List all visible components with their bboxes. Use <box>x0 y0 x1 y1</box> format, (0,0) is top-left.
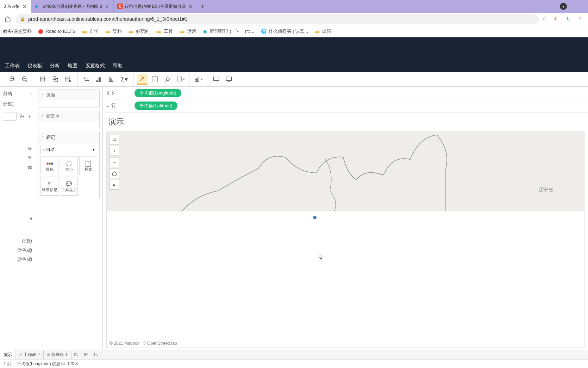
close-icon[interactable]: ✕ <box>23 4 27 9</box>
refresh-data-button[interactable] <box>20 74 30 85</box>
measure-field[interactable]: e <box>3 214 32 222</box>
clear-button[interactable] <box>63 74 74 85</box>
close-icon[interactable]: ✕ <box>105 4 110 9</box>
bookmarks-bar: 教务/课堂资料 ⬤Road to IELTS ▬自学 ▬资料 ▬好玩的 ▬工具 … <box>0 25 588 37</box>
marks-size-button[interactable]: ◯大小 <box>60 156 78 175</box>
map-data-point[interactable] <box>313 216 317 219</box>
browser-tab-2[interactable]: ◆ winG如何录制麦克风 - 国内版 B ✕ <box>31 0 114 13</box>
new-tab-button[interactable]: + <box>197 1 208 12</box>
map-tools-button[interactable]: ▸ <box>110 180 119 190</box>
extension-icon-2[interactable]: ❅ <box>578 16 585 23</box>
marks-detail-button[interactable]: ⁝⁝⁝详细信息 <box>40 177 58 196</box>
rows-shelf[interactable]: ≡行 平均值(Latitude) <box>103 99 588 112</box>
menu-dashboard[interactable]: 仪表板 <box>27 63 42 69</box>
map-zoom-out-button[interactable]: − <box>110 157 119 167</box>
duplicate-button[interactable] <box>50 74 61 85</box>
collapse-icon[interactable]: ‹ <box>30 91 32 97</box>
filters-header[interactable]: ⌃筛选器 <box>38 111 99 122</box>
map-canvas[interactable]: + − ▸ 辽宁省 © 2021 Mapbox © OpenStreetMap <box>106 131 584 348</box>
menu-analysis[interactable]: 分析 <box>50 63 60 69</box>
svg-rect-20 <box>196 78 198 81</box>
search-input[interactable] <box>3 112 17 121</box>
folder-icon: ▬ <box>82 29 87 34</box>
new-worksheet-button[interactable] <box>38 74 48 85</box>
extension-icon-1[interactable]: ◧ <box>554 16 561 23</box>
filter-icon[interactable]: ∇▾ <box>18 114 26 119</box>
swap-button[interactable] <box>81 74 92 85</box>
presentation-button[interactable] <box>211 74 221 85</box>
toolbar: Σ▾ T ▾ ▾ <box>0 72 588 87</box>
bookmark-item[interactable]: 教务/课堂资料 <box>3 28 32 35</box>
map-search-button[interactable] <box>110 135 119 145</box>
folder-icon: ▬ <box>105 29 111 34</box>
totals-button[interactable]: Σ▾ <box>119 74 130 85</box>
sheet-tab-2[interactable]: ⊞工作表 2 <box>16 350 44 360</box>
generated-field[interactable]: 动生成) <box>3 246 32 255</box>
svg-rect-27 <box>107 211 584 347</box>
browser-tab-1[interactable]: 3 马诗怡 ✕ <box>0 0 31 13</box>
marks-label-button[interactable]: T标签 <box>79 156 97 175</box>
new-dashboard-tab[interactable] <box>81 350 91 360</box>
device-preview-button[interactable] <box>224 74 234 85</box>
menu-format[interactable]: 设置格式 <box>85 63 105 69</box>
close-icon[interactable]: ✕ <box>188 4 193 9</box>
minimize-button[interactable]: — <box>574 3 581 10</box>
dropdown-icon[interactable]: ▾ <box>27 114 32 119</box>
columns-shelf[interactable]: ⅲ列 平均值(Longitude) <box>103 87 588 99</box>
bookmark-item[interactable]: ▬自学 <box>82 28 99 35</box>
dimension-field[interactable]: 号 <box>3 154 32 163</box>
map-home-button[interactable] <box>110 168 119 178</box>
url-input[interactable]: 🔒 prod-apnortheast-a.online.tableau.com/… <box>15 14 539 24</box>
bookmark-item[interactable]: ▣哔哩哔哩 ( ゜- ゜)つ... <box>202 28 255 35</box>
dimension-field[interactable]: 你 <box>3 163 32 172</box>
marks-type-select[interactable]: ○ 自动 ▾ <box>40 145 97 154</box>
bookmark-item[interactable]: ▬工具 <box>156 28 173 35</box>
svg-rect-32 <box>86 353 87 354</box>
user-icon[interactable]: ● <box>560 3 567 10</box>
browser-tab-3[interactable]: C (7条消息) Win10自带录屏如何设 ✕ <box>114 0 197 13</box>
menu-worksheet[interactable]: 工作表 <box>5 63 20 69</box>
generated-field[interactable]: 计数) <box>3 237 32 246</box>
menu-help[interactable]: 帮助 <box>113 63 123 69</box>
pages-header[interactable]: ⌃页面 <box>38 90 99 100</box>
home-icon[interactable] <box>3 14 13 24</box>
sheet-tab-1[interactable]: 演示 <box>0 350 16 360</box>
map-zoom-in-button[interactable]: + <box>110 146 119 156</box>
bookmark-item[interactable]: ▬出国 <box>314 28 331 35</box>
refresh-icon[interactable]: ↻ <box>566 16 573 23</box>
format-button[interactable] <box>162 74 173 85</box>
rows-pill[interactable]: 平均值(Latitude) <box>135 102 177 110</box>
marks-tooltip-button[interactable]: 💬工具提示 <box>60 177 78 196</box>
map-attribution: © 2021 Mapbox © OpenStreetMap <box>110 341 177 346</box>
data-pane-title: 分析 <box>3 91 13 97</box>
svg-rect-5 <box>53 76 56 79</box>
fit-button[interactable]: ▾ <box>175 74 186 85</box>
new-worksheet-tab[interactable] <box>71 350 81 360</box>
bookmark-item[interactable]: 🌐什么值得买 | 认真... <box>261 28 308 35</box>
bookmark-item[interactable]: ⬤Road to IELTS <box>38 29 75 34</box>
new-data-source-button[interactable] <box>7 74 18 85</box>
star-icon[interactable]: ☆ <box>542 16 549 23</box>
detail-icon: ⁝⁝⁝ <box>48 180 52 187</box>
menu-map[interactable]: 地图 <box>68 63 77 69</box>
svg-rect-34 <box>94 353 97 356</box>
highlight-button[interactable] <box>137 74 148 85</box>
columns-pill[interactable]: 平均值(Longitude) <box>135 89 181 97</box>
new-story-tab[interactable] <box>91 350 101 360</box>
sheet-tab-3[interactable]: ⊞仪表板 1 <box>44 350 71 360</box>
viz-title[interactable]: 演示 <box>103 112 588 131</box>
sort-asc-button[interactable] <box>94 74 104 85</box>
generated-field[interactable]: 动生成) <box>3 255 32 264</box>
cards-pane: ⌃页面 ⌃筛选器 ⌃标记 ○ 自动 ▾ ●●●颜色 ◯大小 T标签 ⁝⁝⁝详细信… <box>35 87 103 350</box>
bookmark-item[interactable]: ▬好玩的 <box>128 28 150 35</box>
data-source[interactable]: 分数) <box>3 99 32 109</box>
tab-title: (7条消息) Win10自带录屏如何设 <box>125 4 186 10</box>
sort-desc-button[interactable] <box>106 74 117 85</box>
marks-color-button[interactable]: ●●●颜色 <box>40 156 58 175</box>
dimension-field[interactable]: 号 <box>3 145 32 154</box>
marks-header[interactable]: ⌃标记 <box>38 132 99 143</box>
show-me-button[interactable]: ▾ <box>193 74 204 85</box>
label-button[interactable]: T <box>150 74 160 85</box>
bookmark-item[interactable]: ▬运营 <box>179 28 196 35</box>
bookmark-item[interactable]: ▬资料 <box>105 28 122 35</box>
